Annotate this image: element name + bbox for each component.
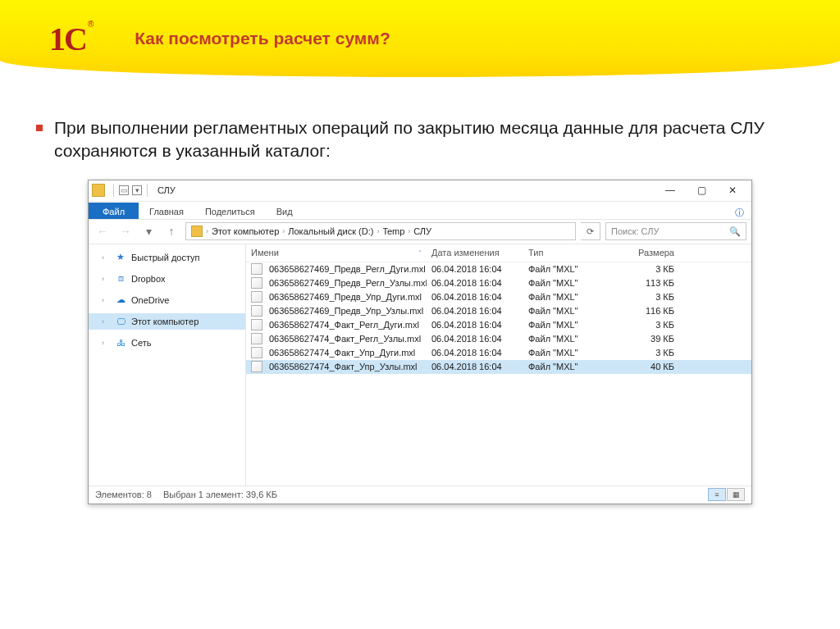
column-header-date[interactable]: Дата изменения [427,248,523,258]
nav-item[interactable]: ›⧈Dropbox [89,271,245,287]
nav-forward-button[interactable]: → [116,222,135,240]
ribbon-tab-file[interactable]: Файл [89,203,139,219]
ribbon-tab-share[interactable]: Поделиться [194,203,266,219]
expand-icon: › [102,296,110,304]
breadcrumb-segment[interactable]: Локальный диск (D:) [288,226,373,236]
separator [113,184,114,197]
bullet-icon [36,125,43,131]
file-size: 116 КБ [614,306,679,316]
nav-item[interactable]: ›☁OneDrive [89,292,245,308]
logo-mark: 1С [49,20,86,58]
column-header-size[interactable]: Размера [614,248,679,258]
file-date: 06.04.2018 16:04 [427,264,523,274]
navigation-pane[interactable]: ›★Быстрый доступ›⧈Dropbox›☁OneDrive›🖵Это… [89,244,246,485]
refresh-button[interactable]: ⟳ [581,222,600,240]
file-date: 06.04.2018 16:04 [427,334,523,344]
file-icon [251,347,262,358]
file-size: 3 КБ [614,292,679,302]
breadcrumb-segment[interactable]: Temp [382,226,404,236]
titlebar[interactable]: ▭ ▾ СЛУ — ▢ ✕ [89,180,751,202]
file-icon [251,277,262,289]
file-row[interactable]: 063658627474_Факт_Регл_Дуги.mxl06.04.201… [246,318,751,332]
column-header-type[interactable]: Тип [523,248,614,258]
qat-dropdown-icon[interactable]: ▾ [132,185,142,195]
file-name: 063658627474_Факт_Регл_Узлы.mxl [269,334,421,344]
chevron-right-icon: › [282,227,285,235]
file-size: 3 КБ [614,264,679,274]
file-row[interactable]: 063658627469_Предв_Регл_Узлы.mxl06.04.20… [246,276,751,290]
file-name: 063658627469_Предв_Упр_Дуги.mxl [269,292,422,302]
folder-icon [191,226,203,237]
file-date: 06.04.2018 16:04 [427,292,523,302]
qat-properties-icon[interactable]: ▭ [119,185,129,195]
address-bar[interactable]: › Этот компьютер › Локальный диск (D:) ›… [185,222,576,240]
file-date: 06.04.2018 16:04 [427,320,523,330]
chevron-right-icon: › [206,227,208,235]
status-selection: Выбран 1 элемент: 39,6 КБ [163,490,277,499]
search-icon: 🔍 [729,226,741,237]
logo: 1С ® [49,20,94,58]
nav-item-label: Быстрый доступ [131,253,200,262]
file-name: 063658627469_Предв_Упр_Узлы.mxl [269,306,423,316]
expand-icon: › [102,339,110,347]
dropbox-icon: ⧈ [115,273,126,285]
file-type: Файл "MXL" [523,306,614,316]
nav-item-label: Этот компьютер [131,317,199,326]
file-list-pane: Имени ˄ Дата изменения Тип Размера 06365… [246,244,751,485]
ribbon-tab-home[interactable]: Главная [139,203,194,219]
file-name: 063658627469_Предв_Регл_Узлы.mxl [269,278,427,288]
folder-icon [92,184,105,197]
file-row[interactable]: 063658627469_Предв_Упр_Дуги.mxl06.04.201… [246,290,751,304]
close-button[interactable]: ✕ [717,180,748,201]
slide-banner: 1С ® Как посмотреть расчет сумм? [0,0,840,77]
slide-title: Как посмотреть расчет сумм? [135,29,390,48]
nav-item-label: OneDrive [131,295,169,305]
file-icon [251,319,262,330]
file-date: 06.04.2018 16:04 [427,348,523,358]
file-row[interactable]: 063658627469_Предв_Регл_Дуги.mxl06.04.20… [246,262,751,276]
view-icons-button[interactable]: ▦ [727,488,745,501]
minimize-button[interactable]: — [655,180,686,201]
expand-icon: › [102,253,110,262]
breadcrumb-segment[interactable]: Этот компьютер [212,226,279,236]
column-header-name[interactable]: Имени ˄ [246,248,427,258]
ribbon-tab-view[interactable]: Вид [266,203,304,219]
registered-icon: ® [88,20,94,29]
file-type: Файл "MXL" [523,362,614,371]
nav-item[interactable]: ›★Быстрый доступ [89,249,245,266]
window-title: СЛУ [158,185,176,195]
file-date: 06.04.2018 16:04 [427,306,523,316]
nav-item[interactable]: ›🖧Сеть [89,335,245,351]
search-placeholder: Поиск: СЛУ [611,226,659,236]
file-row[interactable]: 063658627474_Факт_Упр_Дуги.mxl06.04.2018… [246,346,751,360]
nav-back-button[interactable]: ← [94,222,112,240]
file-row[interactable]: 063658627469_Предв_Упр_Узлы.mxl06.04.201… [246,304,751,318]
file-type: Файл "MXL" [523,278,614,288]
view-details-button[interactable]: ≡ [708,488,726,501]
status-bar: Элементов: 8 Выбран 1 элемент: 39,6 КБ ≡… [89,485,751,504]
ribbon-help-icon[interactable]: ⓘ [727,207,751,219]
file-name: 063658627474_Факт_Упр_Узлы.mxl [269,362,418,371]
file-type: Файл "MXL" [523,292,614,302]
file-row[interactable]: 063658627474_Факт_Регл_Узлы.mxl06.04.201… [246,332,751,346]
file-type: Файл "MXL" [523,334,614,344]
net-icon: 🖧 [115,337,126,349]
column-header-row: Имени ˄ Дата изменения Тип Размера [246,244,751,262]
sort-caret-icon: ˄ [418,249,422,257]
maximize-button[interactable]: ▢ [686,180,717,201]
file-date: 06.04.2018 16:04 [427,362,523,371]
nav-up-button[interactable]: ↑ [162,222,180,240]
breadcrumb-segment[interactable]: СЛУ [413,226,431,236]
nav-item[interactable]: ›🖵Этот компьютер [89,313,245,330]
file-row[interactable]: 063658627474_Факт_Упр_Узлы.mxl06.04.2018… [246,360,751,374]
file-name: 063658627474_Факт_Упр_Дуги.mxl [269,348,415,358]
file-type: Файл "MXL" [523,264,614,274]
nav-history-button[interactable]: ▾ [139,222,158,240]
file-size: 40 КБ [614,362,679,371]
file-type: Файл "MXL" [523,348,614,358]
file-icon [251,263,262,275]
file-name: 063658627474_Факт_Регл_Дуги.mxl [269,320,419,330]
nav-item-label: Dropbox [131,274,166,284]
file-icon [251,291,262,303]
search-input[interactable]: Поиск: СЛУ 🔍 [605,222,746,240]
